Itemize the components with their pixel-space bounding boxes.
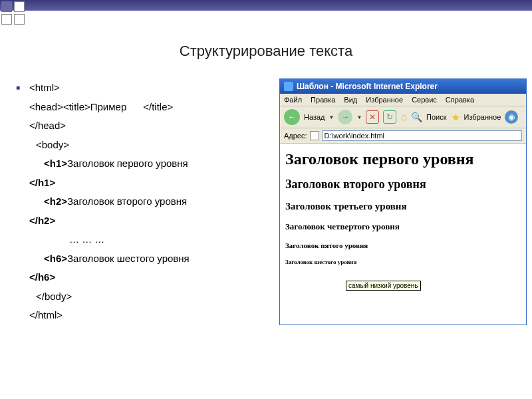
home-button-icon[interactable]: ⌂	[400, 111, 407, 123]
menu-file[interactable]: Файл	[284, 96, 302, 104]
code-line: <head><title>Пример </title>	[16, 98, 269, 117]
forward-dropdown-icon[interactable]: ▼	[356, 114, 362, 120]
tooltip: самый низкий уровень	[346, 281, 421, 291]
slide-topbar	[0, 0, 532, 11]
menu-view[interactable]: Вид	[344, 96, 357, 104]
forward-button-icon[interactable]: →	[338, 110, 352, 124]
back-button-icon[interactable]: ←	[284, 109, 300, 125]
code-line: </html>	[16, 306, 269, 325]
browser-toolbar: ← Назад ▼ → ▼ ✕ ↻ ⌂ 🔍 Поиск ★ Избранное …	[280, 106, 526, 128]
search-label[interactable]: Поиск	[426, 113, 446, 121]
browser-address-bar: Адрес:	[280, 128, 526, 144]
rendered-h4: Заголовок четвертого уровня	[285, 221, 521, 232]
menu-help[interactable]: Справка	[446, 96, 474, 104]
browser-title-text: Шаблон - Microsoft Internet Explorer	[297, 82, 438, 91]
address-label: Адрес:	[284, 132, 307, 140]
menu-favorites[interactable]: Избранное	[366, 96, 403, 104]
stop-button-icon[interactable]: ✕	[366, 110, 379, 124]
browser-menubar: Файл Правка Вид Избранное Сервис Справка	[280, 94, 526, 106]
slide-decoration	[1, 1, 25, 25]
code-line: <html>	[16, 78, 269, 98]
code-line: <h1>Заголовок первого уровня	[16, 154, 269, 174]
menu-tools[interactable]: Сервис	[412, 96, 437, 104]
rendered-h6: Заголовок шестого уровня	[285, 259, 521, 265]
browser-viewport: Заголовок первого уровня Заголовок второ…	[280, 144, 526, 275]
code-line: <h6>Заголовок шестого уровня	[16, 249, 269, 269]
search-icon[interactable]: 🔍	[411, 112, 422, 122]
browser-titlebar: Шаблон - Microsoft Internet Explorer	[280, 79, 526, 94]
code-column: <html> <head><title>Пример </title> </he…	[16, 78, 269, 325]
back-dropdown-icon[interactable]: ▼	[329, 114, 334, 120]
slide-title: Структурирование текста	[0, 43, 532, 60]
code-line: <body>	[16, 136, 269, 155]
favorites-label[interactable]: Избранное	[464, 113, 501, 121]
code-line: <h2>Заголовок второго уровня	[16, 192, 269, 211]
menu-edit[interactable]: Правка	[311, 96, 335, 104]
rendered-h1: Заголовок первого уровня	[285, 150, 521, 168]
content-row: <html> <head><title>Пример </title> </he…	[0, 78, 532, 325]
ie-app-icon	[284, 82, 293, 91]
rendered-h3: Заголовок третьего уровня	[285, 201, 521, 212]
rendered-h5: Заголовок пятого уровня	[285, 241, 521, 249]
back-button-label[interactable]: Назад	[304, 113, 325, 121]
code-line: </head>	[16, 116, 269, 136]
address-input[interactable]	[322, 130, 522, 141]
favorites-icon[interactable]: ★	[451, 111, 460, 124]
file-icon	[310, 131, 319, 140]
refresh-button-icon[interactable]: ↻	[383, 110, 396, 124]
code-line: </h6>	[16, 268, 269, 287]
code-line: </h2>	[16, 211, 269, 231]
media-button-icon[interactable]: ◉	[505, 110, 518, 124]
code-line: </body>	[16, 287, 269, 307]
code-line: </h1>	[16, 174, 269, 193]
rendered-h2: Заголовок второго уровня	[285, 178, 521, 192]
code-ellipsis: … … …	[16, 230, 269, 249]
